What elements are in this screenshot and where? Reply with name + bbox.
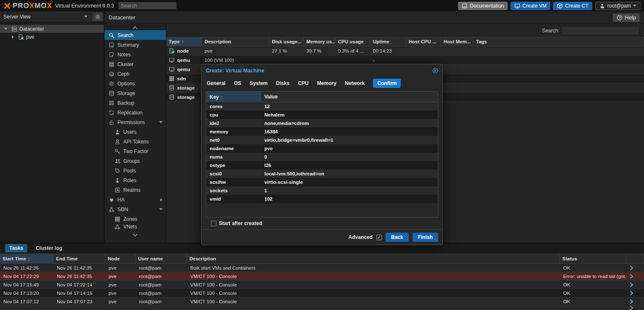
floppy-icon (109, 100, 114, 106)
column-header-end-time[interactable]: End Time (53, 254, 105, 263)
column-header-description[interactable]: Description (202, 37, 269, 46)
tab-system[interactable]: System (250, 80, 268, 86)
resource-row[interactable]: qemu 100 (VM 100)- (166, 56, 644, 65)
column-header-start-time[interactable]: Start Time ↓ (0, 254, 53, 263)
chevron-right-icon[interactable] (628, 282, 634, 288)
tab-cpu[interactable]: CPU (298, 80, 309, 86)
chevron-right-icon[interactable] (628, 299, 634, 305)
sidebar-item-groups[interactable]: Groups (104, 156, 166, 166)
tab-tasks[interactable]: Tasks (5, 244, 27, 252)
tab-os[interactable]: OS (234, 80, 241, 86)
resource-search-input[interactable] (562, 27, 639, 34)
kv-row-cores[interactable]: cores 12 (206, 102, 438, 111)
task-row-partial[interactable] (0, 306, 644, 310)
task-row[interactable]: Nov 04 17:07:12 Nov 04 17:07:23 pve root… (0, 297, 644, 306)
sidebar-item-replication[interactable]: Replication (104, 108, 166, 117)
sidebar-item-api-tokens[interactable]: API Tokens (104, 137, 166, 146)
sidebar-item-cluster[interactable]: Cluster (104, 59, 166, 69)
sidebar-item-storage[interactable]: Storage (104, 88, 166, 98)
view-selector-dropdown[interactable]: Server View (3, 13, 91, 21)
sidebar-item-label: Summary (117, 42, 139, 48)
tab-network[interactable]: Network (345, 80, 365, 86)
kv-row-nodename[interactable]: nodename pve (206, 144, 438, 153)
sidebar-item-roles[interactable]: Roles (104, 175, 166, 185)
documentation-button[interactable]: Documentation (458, 2, 508, 10)
kv-row-scsihw[interactable]: scsihw virtio-scsi-single (206, 178, 438, 186)
sidebar-item-search[interactable]: Search (104, 30, 166, 40)
create-vm-button[interactable]: Create VM (511, 2, 550, 10)
kv-row-ostype[interactable]: ostype l26 (206, 161, 438, 170)
start-after-created-checkbox[interactable] (211, 221, 216, 226)
kv-row-scsi0[interactable]: scsi0 local-lvm:500,iothread=on (206, 170, 438, 178)
column-header-uptime[interactable]: Uptime (370, 37, 406, 46)
sidebar-item-options[interactable]: Options (104, 79, 166, 88)
chevron-right-icon[interactable] (628, 265, 634, 271)
expander-chevron-right-icon[interactable] (12, 35, 14, 39)
chevron-down-icon (633, 5, 636, 7)
sidebar-item-zones[interactable]: Zones (104, 214, 166, 224)
help-button[interactable]: ? Help (613, 13, 640, 22)
column-header-node[interactable]: Node (105, 254, 136, 263)
sidebar-item-sdn[interactable]: SDN (104, 204, 166, 214)
tab-general[interactable]: General (207, 80, 226, 86)
finish-button[interactable]: Finish (412, 233, 438, 242)
tree-node-datacenter[interactable]: Datacenter (0, 25, 104, 33)
task-row[interactable]: Nov 04 17:22:29 Nov 26 11:42:35 pve root… (0, 272, 644, 281)
user-menu-button[interactable]: root@pam (595, 2, 641, 10)
sidebar-item-two-factor[interactable]: Two Factor (104, 146, 166, 156)
advanced-checkbox[interactable] (376, 235, 382, 240)
kv-row-net0[interactable]: net0 virtio,bridge=vmbr0,firewall=1 (206, 136, 438, 144)
chevron-right-icon[interactable] (628, 290, 634, 296)
tab-memory[interactable]: Memory (317, 80, 336, 86)
sidebar-item-vnets[interactable]: VNets (104, 224, 166, 230)
sidebar-item-notes[interactable]: Notes (104, 50, 166, 59)
sidebar-item-ceph[interactable]: Ceph (104, 69, 166, 79)
column-header-host-mem[interactable]: Host Mem... (441, 37, 474, 46)
sidebar-item-realms[interactable]: Realms (104, 185, 166, 195)
menu-scroll-up[interactable] (104, 25, 166, 30)
kv-row-numa[interactable]: numa 0 (206, 153, 438, 161)
key-column-header[interactable]: Key ↑ (206, 92, 261, 102)
resource-row[interactable]: node pve27.1 %39.7 %0.3% of 4 ...00:14:2… (166, 46, 644, 56)
chevron-right-icon[interactable] (628, 273, 634, 279)
kv-row-sockets[interactable]: sockets 1 (206, 186, 438, 195)
task-node: pve (105, 264, 136, 272)
menu-scroll-down[interactable] (104, 233, 166, 238)
task-row[interactable]: Nov 26 11:42:35 Nov 26 11:42:35 pve root… (0, 264, 644, 272)
column-header-memory-us[interactable]: Memory us... (304, 37, 335, 46)
global-search-input[interactable] (118, 2, 176, 9)
cube-icon (557, 3, 563, 9)
kv-row-cpu[interactable]: cpu Nehalem (206, 111, 438, 119)
sidebar-item-summary[interactable]: Summary (104, 40, 166, 50)
expander-chevron-down-icon[interactable] (4, 28, 8, 30)
task-start-time: Nov 04 17:22:29 (0, 272, 53, 280)
sidebar-item-backup[interactable]: Backup (104, 98, 166, 108)
sidebar-item-pools[interactable]: Pools (104, 166, 166, 175)
value-column-header[interactable]: Value (261, 92, 438, 102)
tab-disks[interactable]: Disks (276, 80, 290, 86)
column-header-type[interactable]: Type ↑ (166, 37, 202, 46)
column-header-status[interactable]: Status (560, 254, 626, 263)
column-header-user-name[interactable]: User name (136, 254, 187, 263)
kv-row-ide2[interactable]: ide2 none,media=cdrom (206, 119, 438, 127)
column-header-tags[interactable]: Tags (474, 37, 644, 46)
column-header-cpu-usage[interactable]: CPU usage (335, 37, 370, 46)
kv-row-memory[interactable]: memory 16384 (206, 127, 438, 136)
column-header-host-cpu[interactable]: Host CPU ... (406, 37, 441, 46)
tree-settings-button[interactable] (93, 13, 103, 21)
resource-cell (474, 56, 644, 64)
tab-confirm[interactable]: Confirm (373, 79, 401, 88)
sidebar-item-ha[interactable]: HA (104, 195, 166, 204)
tree-node-pve[interactable]: pve (0, 33, 104, 41)
task-row[interactable]: Nov 04 17:15:49 Nov 04 17:22:14 pve root… (0, 281, 644, 289)
task-row[interactable]: Nov 04 17:13:20 Nov 04 17:14:15 pve root… (0, 289, 644, 297)
column-header-disk-usage[interactable]: Disk usage... (269, 37, 304, 46)
kv-row-vmid[interactable]: vmid 102 (206, 195, 438, 203)
sidebar-item-users[interactable]: Users (104, 127, 166, 137)
column-header-description[interactable]: Description (187, 254, 560, 263)
back-button[interactable]: Back (386, 233, 409, 242)
sidebar-item-permissions[interactable]: Permissions (104, 117, 166, 127)
close-icon[interactable] (432, 68, 438, 74)
tab-cluster-log[interactable]: Cluster log (32, 244, 67, 252)
create-ct-button[interactable]: Create CT (553, 2, 592, 10)
